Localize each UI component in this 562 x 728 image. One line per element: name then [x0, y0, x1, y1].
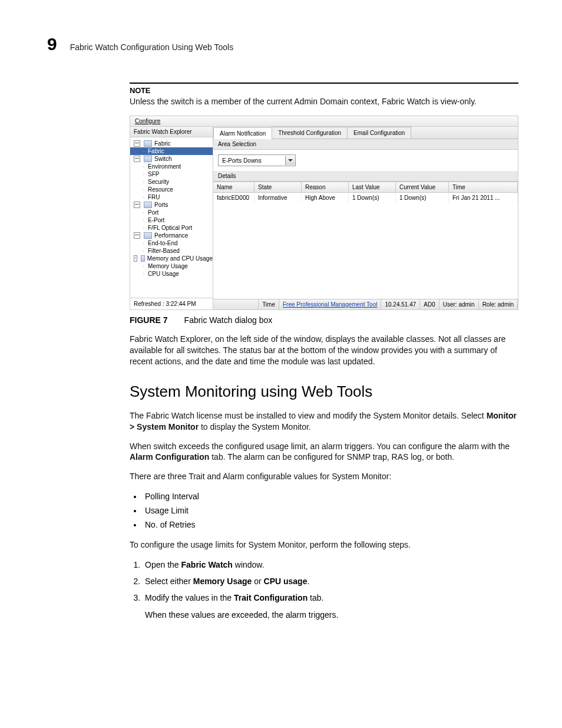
figure-caption-text: Fabric Watch dialog box	[184, 315, 273, 325]
status-management-link[interactable]: Free Professional Management Tool	[279, 299, 381, 309]
tree-body[interactable]: Fabric·FabricSwitch·Environment·SFP·Secu…	[130, 137, 213, 298]
leaf-icon: ·	[142, 263, 146, 269]
tree-node-label: Memory Usage	[148, 263, 188, 269]
figure-caption-label: FIGURE 7	[130, 315, 168, 325]
leaf-icon: ·	[142, 194, 146, 200]
tree-node[interactable]: ·Environment	[130, 163, 213, 170]
leaf-icon: ·	[142, 240, 146, 246]
configure-steps: Open the Fabric Watch window.Select eith…	[130, 559, 518, 621]
note-rule	[130, 83, 518, 84]
list-item: Usage Limit	[143, 505, 518, 518]
leaf-icon: ·	[142, 209, 146, 216]
note-body: Unless the switch is a member of the cur…	[130, 96, 518, 107]
table-row[interactable]: fabricED000InformativeHigh Above1 Down(s…	[213, 193, 518, 203]
status-bar: Time Free Professional Management Tool 1…	[213, 299, 518, 309]
collapse-icon[interactable]	[134, 255, 137, 262]
tree-node-label: SFP	[148, 171, 159, 177]
leaf-icon: ·	[142, 179, 146, 185]
chapter-number: 9	[47, 35, 57, 53]
leaf-icon: ·	[142, 171, 146, 177]
chevron-down-icon[interactable]	[285, 156, 295, 165]
grid-header-cell[interactable]: Current Value	[396, 182, 449, 192]
sm-paragraph-2: When switch exceeds the configured usage…	[130, 441, 518, 463]
folder-icon	[144, 156, 152, 162]
tab[interactable]: Alarm Notification	[213, 127, 272, 139]
tree-node-label: Port	[148, 209, 158, 216]
tree-node[interactable]: ·CPU Usage	[130, 270, 213, 278]
tree-node-label: Resource	[148, 186, 173, 193]
tree-node-label: End-to-End	[148, 240, 178, 246]
leaf-icon: ·	[142, 225, 146, 231]
tree-node[interactable]: ·Memory Usage	[130, 262, 213, 270]
tree-node[interactable]: ·FRU	[130, 193, 213, 201]
tree-node-label: Fabric	[148, 148, 164, 154]
refreshed-label: Refreshed : 3:22:44 PM	[130, 298, 213, 309]
grid-cell: fabricED000	[213, 193, 254, 203]
tree-node[interactable]: ·End-to-End	[130, 239, 213, 247]
folder-icon	[144, 202, 152, 208]
leaf-icon: ·	[142, 186, 146, 193]
tree-node-label: Security	[148, 179, 169, 185]
tree-node-label: Ports	[154, 202, 168, 208]
tree-node-label: Performance	[154, 232, 188, 239]
tree-node[interactable]: Fabric	[130, 140, 213, 147]
tree-node[interactable]: ·F/FL Optical Port	[130, 224, 213, 232]
tree-node[interactable]: ·Security	[130, 178, 213, 186]
page: 9 Fabric Watch Configuration Using Web T…	[0, 0, 562, 728]
collapse-icon[interactable]	[134, 140, 140, 147]
grid-header-cell[interactable]: Time	[449, 182, 518, 192]
tree-node-label: Environment	[148, 163, 181, 170]
sm-paragraph-4: To configure the usage limits for System…	[130, 539, 518, 551]
step-item: Open the Fabric Watch window.	[143, 559, 518, 572]
tree-node[interactable]: ·Port	[130, 209, 213, 216]
leaf-icon: ·	[142, 248, 146, 254]
figure-caption: FIGURE 7Fabric Watch dialog box	[130, 316, 518, 324]
tree-node[interactable]: ·Resource	[130, 186, 213, 193]
tree-node[interactable]: ·Fabric	[130, 147, 213, 155]
tab[interactable]: Email Configuration	[347, 127, 411, 139]
list-item: Polling Interval	[143, 490, 518, 503]
tree-node[interactable]: Switch	[130, 155, 213, 163]
tree-panel: Fabric Watch Explorer Fabric·FabricSwitc…	[130, 127, 213, 309]
folder-icon	[144, 232, 152, 239]
collapse-icon[interactable]	[134, 202, 140, 208]
grid-cell: Informative	[254, 193, 302, 203]
tree-node-label: E-Port	[148, 217, 164, 223]
tree-node[interactable]: ·Filter-Based	[130, 247, 213, 255]
tree-node-label: Memory and CPU Usage	[147, 255, 213, 262]
grid-cell: Fri Jan 21 2011 ...	[449, 193, 518, 203]
tree-node[interactable]: ·E-Port	[130, 216, 213, 224]
after-figure-paragraph: Fabric Watch Explorer, on the left side …	[130, 334, 518, 367]
tree-node-label: Fabric	[154, 140, 171, 147]
area-selection-dropdown[interactable]: E-Ports Downs	[218, 154, 296, 166]
menu-configure: Configure	[135, 118, 160, 124]
grid-cell: High Above	[302, 193, 349, 203]
trait-bullets: Polling IntervalUsage LimitNo. of Retrie…	[130, 490, 518, 531]
grid-header-cell[interactable]: Name	[213, 182, 254, 192]
grid-cell: 1 Down(s)	[396, 193, 449, 203]
details-label: Details	[213, 171, 518, 182]
grid-header-cell[interactable]: State	[254, 182, 302, 192]
status-user: User: admin	[439, 299, 479, 309]
step-sub: When these values are exceeded, the alar…	[145, 609, 518, 621]
tab[interactable]: Threshold Configuration	[272, 127, 348, 139]
tree-node[interactable]: ·SFP	[130, 170, 213, 178]
list-item: No. of Retries	[143, 519, 518, 532]
page-header: 9 Fabric Watch Configuration Using Web T…	[47, 35, 515, 53]
collapse-icon[interactable]	[134, 156, 140, 162]
tree-node-label: Switch	[154, 156, 171, 162]
tree-node[interactable]: Memory and CPU Usage	[130, 255, 213, 262]
tree-node-label: CPU Usage	[148, 271, 179, 277]
menu-bar[interactable]: Configure	[130, 116, 518, 127]
leaf-icon: ·	[142, 271, 146, 277]
area-selection-label: Area Selection	[213, 139, 518, 150]
collapse-icon[interactable]	[134, 232, 140, 239]
grid-header-cell[interactable]: Last Value	[349, 182, 396, 192]
note-heading: NOTE	[130, 86, 518, 95]
tab-strip[interactable]: Alarm NotificationThreshold Configuratio…	[213, 127, 518, 139]
grid-header-cell[interactable]: Reason	[302, 182, 349, 192]
step-item: Select either Memory Usage or CPU usage.	[143, 575, 518, 588]
status-ip: 10.24.51.47	[381, 299, 420, 309]
tree-node[interactable]: Ports	[130, 201, 213, 209]
tree-node[interactable]: Performance	[130, 232, 213, 239]
